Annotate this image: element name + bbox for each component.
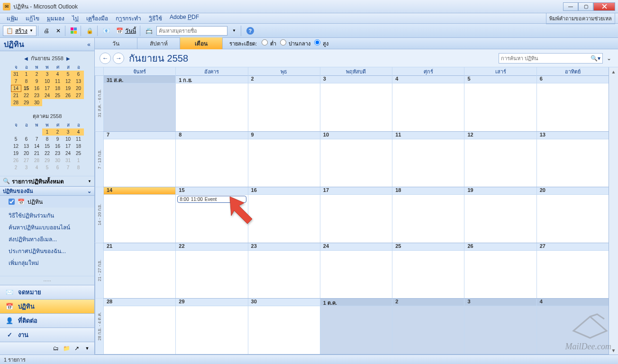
mini-cal-day[interactable]: 16 — [53, 143, 63, 150]
mini-cal-day[interactable]: 15 — [42, 143, 53, 150]
mini-cal-day[interactable]: 13 — [73, 78, 84, 85]
day-cell[interactable]: 25 — [392, 243, 464, 299]
nav-link[interactable]: เพิ่มกลุ่มใหม่ — [0, 257, 94, 269]
day-cell[interactable]: 6 — [536, 76, 609, 131]
mini-cal-day[interactable]: 6 — [21, 136, 32, 143]
day-cell[interactable]: 30 — [248, 299, 320, 354]
mini-cal-day[interactable] — [11, 128, 21, 136]
day-cell[interactable]: 1 ต.ค. — [320, 299, 392, 354]
mini-cal-day[interactable]: 8 — [73, 164, 84, 171]
day-cell[interactable]: 3 — [464, 299, 536, 354]
menu-item[interactable]: Adobe PDF — [166, 13, 203, 24]
day-cell[interactable]: 23 — [248, 243, 320, 299]
mini-cal-day[interactable]: 13 — [21, 143, 32, 150]
mini-cal-day[interactable]: 21 — [11, 92, 21, 99]
day-cell[interactable]: 12 — [464, 132, 536, 187]
mini-cal-day[interactable]: 6 — [73, 71, 84, 78]
nav-link[interactable]: วิธีใช้ปฏิทินร่วมกัน — [0, 209, 94, 221]
mini-cal-day[interactable]: 7 — [11, 78, 21, 85]
day-cell[interactable]: 4 — [392, 76, 464, 131]
day-cell[interactable]: 20 — [536, 187, 609, 243]
mini-cal-day[interactable]: 2 — [32, 71, 42, 78]
mini-cal-day[interactable]: 27 — [73, 92, 84, 99]
mini-cal-day[interactable]: 2 — [53, 128, 63, 136]
mini-cal-day[interactable]: 14 — [32, 143, 42, 150]
day-cell[interactable]: 13 — [536, 132, 609, 187]
mini-cal-day[interactable]: 8 — [21, 78, 32, 85]
day-cell[interactable]: 14 — [103, 187, 175, 243]
mini-cal-day[interactable]: 30 — [32, 99, 42, 106]
mini-cal-day[interactable]: 7 — [32, 136, 42, 143]
calendar-search-input[interactable] — [501, 55, 591, 61]
menu-item[interactable]: แก้ไข — [22, 13, 43, 24]
mini-cal-day[interactable] — [73, 99, 84, 106]
mini-cal-day[interactable]: 11 — [53, 78, 63, 85]
mini-cal-day[interactable]: 11 — [73, 136, 84, 143]
mini-cal-day[interactable]: 17 — [42, 85, 53, 92]
mini-cal-day[interactable]: 15 — [21, 85, 32, 92]
categories-button[interactable] — [68, 26, 79, 36]
mini-cal-day[interactable]: 8 — [42, 136, 53, 143]
mini-cal-day[interactable]: 12 — [63, 78, 73, 85]
next-month-button[interactable]: ▶ — [66, 56, 70, 61]
print-button[interactable]: 🖨 — [41, 26, 52, 36]
day-cell[interactable]: 9 — [248, 132, 320, 187]
mini-cal-day[interactable]: 26 — [63, 92, 73, 99]
mini-cal-day[interactable]: 23 — [32, 92, 42, 99]
prev-month-button[interactable]: ◀ — [24, 56, 28, 61]
nav-link[interactable]: ค้นหาปฏิทินแบบออนไลน์ — [0, 221, 94, 233]
mini-cal-day[interactable]: 19 — [63, 85, 73, 92]
mini-cal-day[interactable]: 9 — [32, 78, 42, 85]
mini-cal-day[interactable]: 5 — [63, 71, 73, 78]
mini-cal-day[interactable]: 17 — [63, 143, 73, 150]
mini-cal-day[interactable]: 30 — [53, 157, 63, 164]
day-cell[interactable]: 18 — [392, 187, 464, 243]
folder-button[interactable]: 📁 — [62, 344, 71, 353]
mini-cal-day[interactable]: 23 — [53, 150, 63, 157]
maximize-button[interactable]: ▢ — [578, 2, 593, 11]
menu-item[interactable]: เครื่องมือ — [82, 13, 112, 24]
calendar-checkbox[interactable] — [9, 199, 15, 205]
shortcuts-button[interactable]: ↗ — [73, 344, 81, 353]
nav-link[interactable]: ประกาศปฏิทินของฉัน... — [0, 245, 94, 257]
help-button[interactable]: ? — [244, 26, 256, 36]
menu-item[interactable]: ไป — [68, 13, 82, 24]
mini-cal-day[interactable]: 19 — [11, 150, 21, 157]
mini-cal-day[interactable]: 1 — [73, 157, 84, 164]
mini-cal-day[interactable]: 20 — [21, 150, 32, 157]
day-cell[interactable]: 29 — [175, 299, 247, 354]
mini-cal-day[interactable]: 3 — [42, 71, 53, 78]
mini-cal-day[interactable]: 29 — [21, 99, 32, 106]
permissions-button[interactable]: 🔒 — [84, 26, 96, 36]
mini-cal-day[interactable]: 6 — [53, 164, 63, 171]
contacts-module-button[interactable]: 👤ที่ติดต่อ — [0, 314, 94, 328]
mini-cal-day[interactable]: 18 — [53, 85, 63, 92]
today-button[interactable]: 📅วันนี้ — [114, 26, 138, 36]
mini-cal-day[interactable]: 25 — [73, 150, 84, 157]
mini-cal-day[interactable]: 24 — [63, 150, 73, 157]
nav-link[interactable]: ส่งปฏิทินทางอีเมล... — [0, 233, 94, 245]
search-icon[interactable]: 🔍▾ — [591, 55, 600, 62]
view-tab[interactable]: เดือน — [180, 37, 223, 49]
new-button[interactable]: 📋 สร้าง ▼ — [3, 26, 36, 36]
day-cell[interactable]: 26 — [464, 243, 536, 299]
mini-cal-day[interactable]: 1 — [42, 128, 53, 136]
mini-cal-day[interactable]: 28 — [32, 157, 42, 164]
address-book-button[interactable]: 📇 — [143, 26, 155, 36]
scrollbar[interactable]: ▲ ▼ — [609, 67, 618, 355]
day-cell[interactable]: 22 — [175, 243, 247, 299]
day-cell[interactable]: 3 — [320, 76, 392, 131]
next-period-button[interactable]: → — [113, 53, 124, 64]
mini-cal-day[interactable]: 31 — [63, 157, 73, 164]
mini-calendar-1[interactable]: ◀ กันยายน 2558 ▶ จอพพศสอ3112345678910111… — [1, 53, 93, 106]
day-cell[interactable]: 16 — [248, 187, 320, 243]
day-cell[interactable]: 19 — [464, 187, 536, 243]
calendar-search[interactable]: 🔍▾ — [499, 53, 603, 64]
mini-cal-day[interactable]: 9 — [53, 136, 63, 143]
view-tab[interactable]: สัปดาห์ — [137, 37, 180, 49]
day-cell[interactable]: 4 — [536, 299, 609, 354]
mini-calendar-2[interactable]: ตุลาคม 2558 จอพพศสอ123456789101112131415… — [1, 111, 93, 171]
mini-cal-day[interactable]: 16 — [32, 85, 42, 92]
mini-cal-day[interactable]: 3 — [21, 164, 32, 171]
mini-cal-day[interactable]: 10 — [63, 136, 73, 143]
